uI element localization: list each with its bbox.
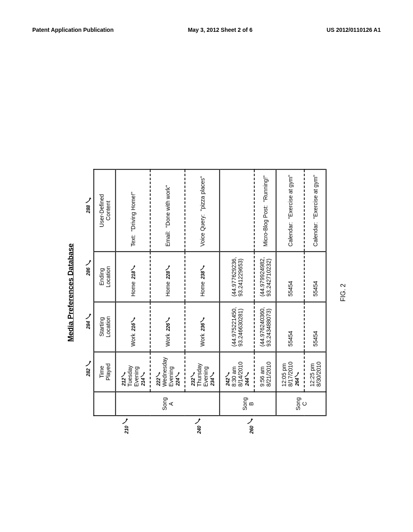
database-title: Media Preferences Database [67,169,75,416]
column-callouts-row: 282 284 286 288 [85,169,94,416]
callout-222: 222 [155,371,161,386]
end-location-cell: (44.977629236, 93.241229653) [220,252,254,302]
user-defined-content-cell: Micro-Blog Post: "Running!" [254,170,276,252]
start-location-cell: Work 236 [185,302,220,352]
header-left: Patent Application Publication [32,27,114,33]
callout-arrow-icon [294,371,300,378]
time-cell: 222Wednesday Evening 224 [150,352,185,392]
callout-arrow-icon [121,371,126,378]
callout-arrow-icon [85,360,92,367]
header-right: US 2012/0110126 A1 [327,27,381,33]
callout-216: 216 [130,316,136,331]
start-location-cell: 55454 [305,302,326,352]
end-location-cell: 55454 [276,252,305,302]
col-start: Starting Location [94,302,116,352]
callout-228: 228 [165,264,171,279]
time-cell: 12:05 pm 8/17/2010 264 [276,352,305,392]
table-row: 222Wednesday Evening 224Work 226Home 228… [150,170,185,416]
end-location-cell: Home 228 [150,252,185,302]
end-location-cell: 55454 [305,252,326,302]
user-defined-content-cell: Calendar: "Exercise at gym" [305,170,326,252]
table-row: 12:25 pm 8/30/20105545455454Calendar: "E… [305,170,326,416]
callout-240: 240 [194,417,202,434]
callout-arrow-icon [130,316,136,323]
figure-caption: FIG. 2 [340,169,347,416]
callout-arrow-icon [122,417,128,424]
callout-210: 210 [122,417,129,434]
callout-arrow-icon [209,371,215,378]
callout-288: 288 [85,170,93,240]
callout-arrow-icon [244,371,250,378]
callout-arrow-icon [190,371,196,378]
col-end: Ending Location [94,252,116,302]
header-center: May 3, 2012 Sheet 2 of 6 [188,27,252,33]
callout-284: 284 [85,295,93,347]
time-cell: 9:56 am 8/21/2010 [254,352,276,392]
table-row: Song A212Tuesday Evening 214Work 216Home… [116,170,150,416]
song-cell: Song C [276,392,326,416]
callout-arrow-icon [140,371,146,378]
table-row: 9:56 am 8/21/2010(44.976240360, 93.24348… [254,170,276,416]
user-defined-content-cell: Text: "Driving Home!" [116,170,150,252]
start-location-cell: Work 226 [150,302,185,352]
callout-282: 282 [85,348,93,389]
callout-arrow-icon [175,371,180,378]
start-location-cell: Work 216 [116,302,150,352]
table-row: Song B2428:30 am 8/14/2010 244(44.975221… [220,170,254,416]
callout-arrow-icon [85,197,92,204]
figure-rotated-wrapper: Media Preferences Database 282 284 286 [67,169,347,416]
user-defined-content-cell: Calendar: "Exercise at gym" [276,170,305,252]
media-preferences-table: Time Played Starting Location Ending Loc… [94,169,327,416]
start-location-cell: (44.976240360, 93.243488073) [254,302,276,352]
user-defined-content-cell: Voice Query: "pizza places" [185,170,220,252]
callout-238: 238 [200,264,206,279]
callout-arrow-icon [200,264,205,271]
callout-212: 212 [121,371,127,386]
start-location-cell: 55454 [276,302,305,352]
page-header: Patent Application Publication May 3, 20… [32,27,381,33]
col-udc: User-Defined Content [94,170,116,252]
callout-arrow-icon [130,264,136,271]
callout-232: 232 [190,371,196,386]
col-time: Time Played [94,352,116,392]
callout-242: 242 [225,371,231,386]
callout-arrow-icon [194,417,201,424]
header-row: Time Played Starting Location Ending Loc… [94,170,116,416]
callout-arrow-icon [200,316,205,323]
end-location-cell: (44.979924982, 93.242710232) [254,252,276,302]
callout-224: 224 [175,371,181,386]
callout-218: 218 [130,264,136,279]
end-location-cell: Home 238 [185,252,220,302]
callout-286: 286 [85,241,93,293]
time-cell: 12:25 pm 8/30/2010 [305,352,326,392]
time-cell: 232Thursday Evening 234 [185,352,220,392]
callout-244: 244 [244,371,250,386]
start-location-cell: (44.975221450, 93.246630281) [220,302,254,352]
callout-arrow-icon [85,259,92,266]
time-cell: 2428:30 am 8/14/2010 244 [220,352,254,392]
col-song [94,392,116,416]
table-row: 232Thursday Evening 234Work 236Home 238V… [185,170,220,416]
callout-234: 234 [209,371,215,386]
callout-arrow-icon [225,371,230,378]
callout-arrow-icon [165,264,171,271]
callout-264: 264 [294,371,300,386]
callout-arrow-icon [165,316,171,323]
table-row: Song C12:05 pm 8/17/2010 2645545455454Ca… [276,170,305,416]
callout-arrow-icon [85,312,92,320]
callout-236: 236 [200,316,206,331]
callout-226: 226 [165,316,171,331]
user-defined-content-cell: Email: "Done with work" [150,170,185,252]
callout-214: 214 [140,371,146,386]
time-cell: 212Tuesday Evening 214 [116,352,150,392]
song-cell: Song A [116,392,220,416]
callout-260: 260 [247,417,254,434]
callout-arrow-icon [155,371,161,378]
user-defined-content-cell [220,170,254,252]
song-cell: Song B [220,392,276,416]
end-location-cell: Home 218 [116,252,150,302]
callout-arrow-icon [247,417,253,424]
